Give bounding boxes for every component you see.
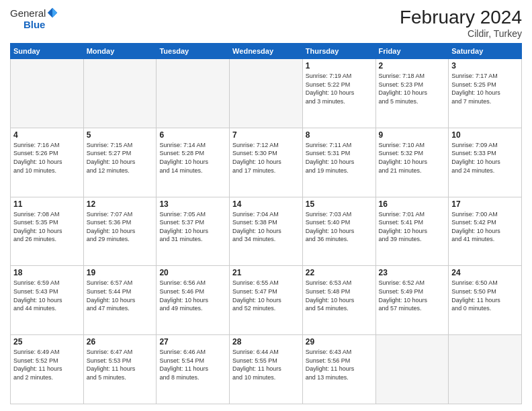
table-row: 18Sunrise: 6:59 AM Sunset: 5:43 PM Dayli… [11, 266, 84, 335]
day-number: 2 [379, 61, 446, 71]
table-row: 8Sunrise: 7:11 AM Sunset: 5:31 PM Daylig… [302, 128, 375, 197]
day-number: 24 [451, 268, 519, 277]
table-row: 12Sunrise: 7:07 AM Sunset: 5:36 PM Dayli… [83, 197, 157, 266]
table-row: 21Sunrise: 6:55 AM Sunset: 5:47 PM Dayli… [230, 266, 303, 335]
day-info: Sunrise: 7:09 AM Sunset: 5:33 PM Dayligh… [451, 141, 519, 175]
day-info: Sunrise: 7:19 AM Sunset: 5:22 PM Dayligh… [306, 72, 373, 105]
day-number: 15 [306, 199, 373, 209]
day-info: Sunrise: 7:07 AM Sunset: 5:36 PM Dayligh… [87, 210, 154, 244]
calendar-week-row: 18Sunrise: 6:59 AM Sunset: 5:43 PM Dayli… [11, 266, 522, 335]
table-row: 5Sunrise: 7:15 AM Sunset: 5:27 PM Daylig… [83, 128, 157, 197]
day-info: Sunrise: 6:55 AM Sunset: 5:47 PM Dayligh… [232, 279, 300, 312]
calendar-week-row: 4Sunrise: 7:16 AM Sunset: 5:26 PM Daylig… [11, 128, 522, 197]
table-row: 16Sunrise: 7:01 AM Sunset: 5:41 PM Dayli… [375, 197, 449, 266]
table-row: 11Sunrise: 7:08 AM Sunset: 5:35 PM Dayli… [11, 197, 84, 266]
day-number: 4 [13, 130, 81, 140]
day-info: Sunrise: 7:18 AM Sunset: 5:23 PM Dayligh… [379, 72, 446, 105]
calendar-week-row: 11Sunrise: 7:08 AM Sunset: 5:35 PM Dayli… [11, 197, 522, 266]
day-number: 9 [379, 130, 446, 140]
table-row: 14Sunrise: 7:04 AM Sunset: 5:38 PM Dayli… [230, 197, 303, 266]
calendar-week-row: 1Sunrise: 7:19 AM Sunset: 5:22 PM Daylig… [11, 59, 522, 128]
day-info: Sunrise: 6:46 AM Sunset: 5:54 PM Dayligh… [159, 348, 226, 381]
table-row: 1Sunrise: 7:19 AM Sunset: 5:22 PM Daylig… [302, 59, 375, 128]
day-number: 14 [232, 199, 300, 209]
day-number: 8 [306, 130, 373, 140]
day-info: Sunrise: 7:11 AM Sunset: 5:31 PM Dayligh… [306, 141, 373, 175]
table-row: 3Sunrise: 7:17 AM Sunset: 5:25 PM Daylig… [449, 59, 522, 128]
day-number: 3 [451, 61, 519, 71]
day-number: 6 [159, 130, 226, 140]
day-info: Sunrise: 7:03 AM Sunset: 5:40 PM Dayligh… [306, 210, 373, 244]
day-number: 10 [451, 130, 519, 140]
header-sunday: Sunday [11, 44, 84, 59]
svg-marker-1 [52, 8, 57, 17]
day-info: Sunrise: 6:44 AM Sunset: 5:55 PM Dayligh… [232, 348, 300, 381]
title-location: Cildir, Turkey [400, 28, 522, 39]
day-number: 19 [87, 268, 154, 277]
day-info: Sunrise: 6:49 AM Sunset: 5:52 PM Dayligh… [13, 348, 81, 381]
day-number: 5 [87, 130, 154, 140]
table-row: 17Sunrise: 7:00 AM Sunset: 5:42 PM Dayli… [449, 197, 522, 266]
day-number: 18 [13, 268, 81, 277]
table-row: 24Sunrise: 6:50 AM Sunset: 5:50 PM Dayli… [449, 266, 522, 335]
day-info: Sunrise: 7:15 AM Sunset: 5:27 PM Dayligh… [87, 141, 154, 175]
day-info: Sunrise: 7:04 AM Sunset: 5:38 PM Dayligh… [232, 210, 300, 244]
day-info: Sunrise: 7:16 AM Sunset: 5:26 PM Dayligh… [13, 141, 81, 175]
logo-blue-text: Blue [24, 19, 46, 30]
day-number: 28 [232, 337, 300, 347]
day-info: Sunrise: 6:47 AM Sunset: 5:53 PM Dayligh… [87, 348, 154, 381]
header-saturday: Saturday [449, 44, 522, 59]
logo: General Blue [10, 7, 58, 30]
day-number: 23 [379, 268, 446, 277]
table-row: 20Sunrise: 6:56 AM Sunset: 5:46 PM Dayli… [157, 266, 230, 335]
calendar-table: Sunday Monday Tuesday Wednesday Thursday… [10, 43, 522, 404]
day-info: Sunrise: 6:50 AM Sunset: 5:50 PM Dayligh… [451, 279, 519, 312]
table-row: 4Sunrise: 7:16 AM Sunset: 5:26 PM Daylig… [11, 128, 84, 197]
table-row: 9Sunrise: 7:10 AM Sunset: 5:32 PM Daylig… [375, 128, 449, 197]
day-number: 1 [306, 61, 373, 71]
day-number: 16 [379, 199, 446, 209]
day-info: Sunrise: 7:17 AM Sunset: 5:25 PM Dayligh… [451, 72, 519, 105]
day-info: Sunrise: 7:05 AM Sunset: 5:37 PM Dayligh… [159, 210, 226, 244]
day-number: 17 [451, 199, 519, 209]
table-row: 25Sunrise: 6:49 AM Sunset: 5:52 PM Dayli… [11, 335, 84, 404]
table-row [449, 335, 522, 404]
table-row: 28Sunrise: 6:44 AM Sunset: 5:55 PM Dayli… [230, 335, 303, 404]
day-info: Sunrise: 6:57 AM Sunset: 5:44 PM Dayligh… [87, 279, 154, 312]
logo-general-text: General [10, 7, 46, 19]
logo-icon [46, 7, 58, 19]
table-row: 10Sunrise: 7:09 AM Sunset: 5:33 PM Dayli… [449, 128, 522, 197]
day-number: 13 [159, 199, 226, 209]
table-row [375, 335, 449, 404]
day-info: Sunrise: 7:10 AM Sunset: 5:32 PM Dayligh… [379, 141, 446, 175]
day-number: 7 [232, 130, 300, 140]
header-tuesday: Tuesday [157, 44, 230, 59]
day-number: 22 [306, 268, 373, 277]
header-thursday: Thursday [302, 44, 375, 59]
day-number: 27 [159, 337, 226, 347]
header: General Blue February 2024 Cildir, Turke… [10, 7, 522, 39]
day-number: 25 [13, 337, 81, 347]
table-row: 19Sunrise: 6:57 AM Sunset: 5:44 PM Dayli… [83, 266, 157, 335]
page: General Blue February 2024 Cildir, Turke… [0, 0, 532, 411]
table-row: 6Sunrise: 7:14 AM Sunset: 5:28 PM Daylig… [157, 128, 230, 197]
table-row: 27Sunrise: 6:46 AM Sunset: 5:54 PM Dayli… [157, 335, 230, 404]
table-row [157, 59, 230, 128]
day-number: 12 [87, 199, 154, 209]
header-friday: Friday [375, 44, 449, 59]
day-number: 21 [232, 268, 300, 277]
title-block: February 2024 Cildir, Turkey [400, 7, 522, 39]
calendar-week-row: 25Sunrise: 6:49 AM Sunset: 5:52 PM Dayli… [11, 335, 522, 404]
table-row: 13Sunrise: 7:05 AM Sunset: 5:37 PM Dayli… [157, 197, 230, 266]
header-monday: Monday [83, 44, 157, 59]
table-row [83, 59, 157, 128]
table-row [11, 59, 84, 128]
day-info: Sunrise: 7:12 AM Sunset: 5:30 PM Dayligh… [232, 141, 300, 175]
table-row: 15Sunrise: 7:03 AM Sunset: 5:40 PM Dayli… [302, 197, 375, 266]
day-info: Sunrise: 6:52 AM Sunset: 5:49 PM Dayligh… [379, 279, 446, 312]
calendar-header-row: Sunday Monday Tuesday Wednesday Thursday… [11, 44, 522, 59]
day-info: Sunrise: 7:00 AM Sunset: 5:42 PM Dayligh… [451, 210, 519, 244]
day-info: Sunrise: 6:59 AM Sunset: 5:43 PM Dayligh… [13, 279, 81, 312]
day-number: 29 [306, 337, 373, 347]
day-info: Sunrise: 7:01 AM Sunset: 5:41 PM Dayligh… [379, 210, 446, 244]
